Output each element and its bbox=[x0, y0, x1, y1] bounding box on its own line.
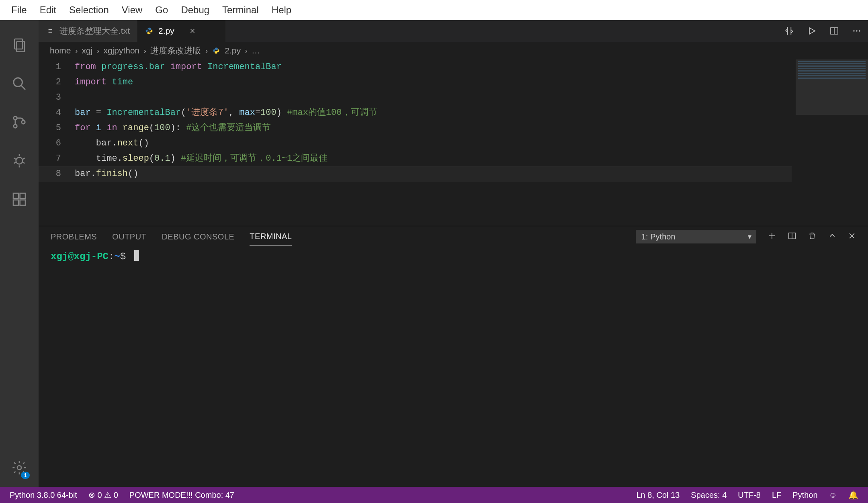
python-file-icon bbox=[145, 27, 154, 35]
new-terminal-icon[interactable] bbox=[768, 231, 776, 242]
code-editor[interactable]: 12345678 from progress.bar import Increm… bbox=[39, 59, 868, 226]
tab-label: 进度条整理大全.txt bbox=[59, 25, 130, 37]
code-line[interactable]: bar.finish() bbox=[75, 166, 868, 182]
split-editor-icon[interactable] bbox=[828, 25, 841, 37]
terminal-path: ~ bbox=[114, 251, 120, 262]
breadcrumb-segment[interactable]: xgjpython bbox=[103, 46, 139, 55]
breadcrumb-segment[interactable]: 2.py bbox=[225, 46, 241, 55]
run-icon[interactable] bbox=[805, 25, 818, 37]
close-panel-icon[interactable] bbox=[848, 232, 856, 242]
breadcrumb-segment[interactable]: home bbox=[50, 46, 71, 55]
editor-area: ≡进度条整理大全.txt2.py home›xgj›xgjpython›进度条改… bbox=[39, 20, 868, 487]
status-eol[interactable]: LF bbox=[772, 491, 781, 500]
svg-point-25 bbox=[856, 30, 858, 32]
line-number: 5 bbox=[39, 121, 61, 136]
menu-file[interactable]: File bbox=[5, 2, 33, 18]
terminal-select[interactable]: 1: Python bbox=[636, 230, 756, 243]
search-icon[interactable] bbox=[0, 64, 39, 103]
status-power-mode[interactable]: POWER MODE!!! Combo: 47 bbox=[129, 491, 234, 500]
code-line[interactable]: bar = IncrementalBar('进度条7', max=100) #m… bbox=[75, 105, 868, 121]
svg-point-2 bbox=[14, 78, 23, 87]
breadcrumb-segment[interactable]: xgj bbox=[82, 46, 93, 55]
breadcrumb-segment[interactable]: 进度条改进版 bbox=[150, 45, 201, 56]
minimap[interactable] bbox=[796, 59, 868, 226]
code-line[interactable]: import time bbox=[75, 75, 868, 90]
svg-point-24 bbox=[853, 30, 855, 32]
extensions-icon[interactable] bbox=[0, 180, 39, 219]
svg-point-5 bbox=[14, 125, 17, 128]
kill-terminal-icon[interactable] bbox=[808, 231, 817, 242]
menu-debug[interactable]: Debug bbox=[174, 2, 216, 18]
line-number: 7 bbox=[39, 151, 61, 166]
close-tab-icon[interactable] bbox=[188, 27, 197, 35]
code-line[interactable]: from progress.bar import IncrementalBar bbox=[75, 59, 868, 75]
menu-edit[interactable]: Edit bbox=[33, 2, 63, 18]
code-line[interactable]: for i in range(100): #这个也需要适当调节 bbox=[75, 121, 868, 136]
status-notifications-icon[interactable]: 🔔 bbox=[848, 490, 858, 500]
menu-selection[interactable]: Selection bbox=[63, 2, 115, 18]
status-language[interactable]: Python bbox=[792, 491, 817, 500]
status-feedback-icon[interactable]: ☺ bbox=[829, 491, 837, 500]
terminal-cursor bbox=[134, 250, 139, 261]
menu-view[interactable]: View bbox=[115, 2, 149, 18]
svg-point-7 bbox=[16, 157, 23, 164]
status-python-version[interactable]: Python 3.8.0 64-bit bbox=[10, 491, 77, 500]
maximize-panel-icon[interactable] bbox=[828, 231, 837, 242]
settings-gear-icon[interactable]: 1 bbox=[0, 448, 39, 487]
tab-label: 2.py bbox=[158, 26, 174, 36]
debug-icon[interactable] bbox=[0, 141, 39, 180]
panel-tab-terminal[interactable]: TERMINAL bbox=[250, 228, 292, 245]
panel-tab-debug-console[interactable]: DEBUG CONSOLE bbox=[162, 228, 234, 245]
code-line[interactable]: bar.next() bbox=[75, 136, 868, 151]
menu-help[interactable]: Help bbox=[265, 2, 298, 18]
status-cursor-position[interactable]: Ln 8, Col 13 bbox=[636, 491, 680, 500]
svg-line-3 bbox=[21, 86, 25, 90]
code-line[interactable] bbox=[75, 90, 868, 105]
line-number: 4 bbox=[39, 105, 61, 121]
split-terminal-icon[interactable] bbox=[788, 231, 796, 242]
status-bar: Python 3.8.0 64-bit ⊗ 0 ⚠ 0 POWER MODE!!… bbox=[0, 487, 868, 503]
panel-tab-output[interactable]: OUTPUT bbox=[112, 228, 146, 245]
chevron-right-icon: › bbox=[96, 46, 99, 55]
terminal[interactable]: xgj@xgj-PC:~$ bbox=[39, 247, 868, 487]
svg-rect-15 bbox=[13, 200, 18, 205]
menu-terminal[interactable]: Terminal bbox=[216, 2, 265, 18]
svg-rect-1 bbox=[16, 42, 25, 52]
svg-rect-14 bbox=[13, 193, 18, 198]
editor-tab[interactable]: ≡进度条整理大全.txt bbox=[39, 20, 137, 42]
activity-bar: 1 bbox=[0, 20, 39, 487]
chevron-right-icon: › bbox=[143, 46, 146, 55]
status-indentation[interactable]: Spaces: 4 bbox=[691, 491, 727, 500]
source-control-icon[interactable] bbox=[0, 103, 39, 141]
terminal-user: xgj@xgj-PC bbox=[51, 251, 108, 262]
line-number: 2 bbox=[39, 75, 61, 90]
status-problems[interactable]: ⊗ 0 ⚠ 0 bbox=[88, 490, 118, 500]
menu-bar: FileEditSelectionViewGoDebugTerminalHelp bbox=[0, 0, 868, 20]
more-actions-icon[interactable] bbox=[850, 25, 863, 37]
explorer-icon[interactable] bbox=[0, 26, 39, 64]
line-number-gutter: 12345678 bbox=[39, 59, 75, 226]
svg-point-4 bbox=[14, 117, 17, 120]
status-encoding[interactable]: UTF-8 bbox=[738, 491, 761, 500]
editor-tab[interactable]: 2.py bbox=[137, 20, 226, 42]
line-number: 1 bbox=[39, 59, 61, 75]
svg-rect-0 bbox=[14, 39, 23, 49]
breadcrumbs[interactable]: home›xgj›xgjpython›进度条改进版›2.py›… bbox=[39, 42, 868, 59]
svg-line-10 bbox=[23, 158, 25, 159]
editor-actions bbox=[783, 20, 868, 42]
code-line[interactable]: time.sleep(0.1) #延迟时间，可调节，0.1~1之间最佳 bbox=[75, 151, 868, 166]
settings-badge: 1 bbox=[21, 472, 30, 479]
svg-rect-16 bbox=[20, 200, 25, 205]
svg-point-26 bbox=[859, 30, 860, 32]
text-file-icon: ≡ bbox=[46, 27, 55, 35]
breadcrumb-segment[interactable]: … bbox=[252, 46, 260, 55]
code-text[interactable]: from progress.bar import IncrementalBari… bbox=[75, 59, 868, 226]
menu-go[interactable]: Go bbox=[149, 2, 174, 18]
panel-tab-problems[interactable]: PROBLEMS bbox=[51, 228, 97, 245]
svg-point-18 bbox=[17, 466, 21, 470]
chevron-right-icon: › bbox=[245, 46, 248, 55]
line-number: 3 bbox=[39, 90, 61, 105]
main-area: 1 ≡进度条整理大全.txt2.py home›xgj›xgjpyt bbox=[0, 20, 868, 487]
compare-changes-icon[interactable] bbox=[783, 25, 796, 37]
terminal-dollar: $ bbox=[120, 251, 126, 262]
